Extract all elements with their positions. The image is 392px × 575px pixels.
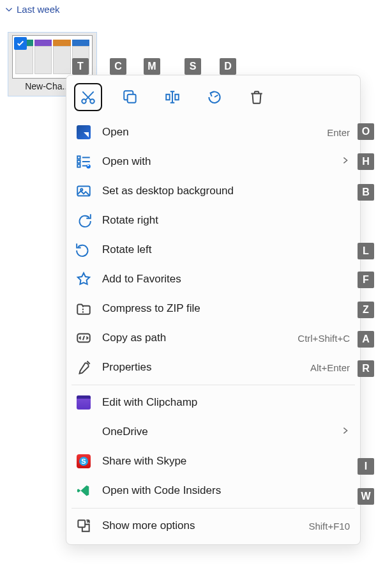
menu-label: Edit with Clipchamp xyxy=(102,396,350,409)
menu-item-zip[interactable]: Compress to ZIP file xyxy=(70,294,356,323)
trash-icon xyxy=(248,89,265,105)
scissors-icon xyxy=(80,89,96,105)
svg-rect-10 xyxy=(78,520,85,527)
context-menu: Open Enter Open with Set as desktop back… xyxy=(66,75,361,545)
skype-icon: S xyxy=(77,454,91,468)
share-button[interactable] xyxy=(200,83,229,111)
picture-icon xyxy=(75,183,92,199)
menu-label: Open xyxy=(102,126,317,139)
group-header-last-week[interactable]: Last week xyxy=(0,0,392,20)
chevron-right-icon xyxy=(341,155,350,168)
keyhint-z: Z xyxy=(358,302,374,318)
menu-label: Properties xyxy=(102,361,300,374)
rename-icon xyxy=(164,89,181,105)
menu-label: Share with Skype xyxy=(102,455,350,468)
keyhint-o: O xyxy=(358,123,374,140)
open-with-icon xyxy=(75,153,92,170)
cut-button[interactable] xyxy=(74,83,102,111)
keyhint-w: W xyxy=(358,488,374,505)
keyhint-s: S xyxy=(185,58,201,75)
svg-point-1 xyxy=(90,99,94,103)
menu-label: Rotate right xyxy=(102,214,350,227)
keyhint-r: R xyxy=(358,360,374,377)
menu-item-clipchamp[interactable]: Edit with Clipchamp xyxy=(70,388,356,417)
menu-item-onedrive[interactable]: OneDrive xyxy=(70,417,356,447)
chevron-right-icon xyxy=(341,425,350,438)
menu-label: Copy as path xyxy=(102,332,287,344)
menu-item-properties[interactable]: Properties Alt+Enter xyxy=(70,353,356,382)
keyhint-t: T xyxy=(72,58,89,75)
menu-label: OneDrive xyxy=(102,425,331,438)
wrench-icon xyxy=(75,359,92,376)
menu-accel: Shift+F10 xyxy=(308,521,350,532)
menu-item-open[interactable]: Open Enter xyxy=(70,118,356,147)
keyhint-f: F xyxy=(358,272,374,288)
selection-check-icon[interactable] xyxy=(14,37,27,50)
menu-label: Set as desktop background xyxy=(102,185,350,197)
keyhint-c: C xyxy=(110,58,126,75)
menu-accel: Alt+Enter xyxy=(310,362,350,373)
context-toolbar xyxy=(70,79,356,118)
group-label: Last week xyxy=(17,4,60,15)
svg-rect-5 xyxy=(77,164,80,167)
svg-rect-2 xyxy=(128,95,136,103)
rotate-left-icon xyxy=(75,241,92,258)
menu-label: Rotate left xyxy=(102,243,350,256)
keyhint-l: L xyxy=(358,243,374,259)
menu-label: Compress to ZIP file xyxy=(102,302,350,315)
menu-accel: Ctrl+Shift+C xyxy=(298,333,350,344)
menu-label: Show more options xyxy=(102,519,298,532)
menu-item-favorites[interactable]: Add to Favorites xyxy=(70,264,356,294)
menu-item-code-insiders[interactable]: Open with Code Insiders xyxy=(70,476,356,505)
keyhint-m: M xyxy=(144,58,160,75)
clipchamp-icon xyxy=(77,395,91,410)
keyhint-d: D xyxy=(220,58,236,75)
menu-label: Add to Favorites xyxy=(102,273,350,286)
show-more-icon xyxy=(75,518,92,534)
keyhint-i: I xyxy=(358,458,374,475)
keyhint-h: H xyxy=(358,153,374,170)
copy-icon xyxy=(122,89,139,105)
menu-item-skype[interactable]: S Share with Skype xyxy=(70,447,356,476)
keyhint-a: A xyxy=(358,331,374,348)
star-icon xyxy=(75,271,92,288)
separator xyxy=(72,508,355,509)
menu-item-more-options[interactable]: Show more options Shift+F10 xyxy=(70,511,356,540)
chevron-down-icon xyxy=(5,6,13,13)
zip-icon xyxy=(75,300,92,317)
menu-item-rotate-left[interactable]: Rotate left xyxy=(70,235,356,264)
copy-button[interactable] xyxy=(116,83,144,111)
rename-button[interactable] xyxy=(158,83,186,111)
menu-label: Open with Code Insiders xyxy=(102,484,350,497)
menu-item-copy-path[interactable]: Copy as path Ctrl+Shift+C xyxy=(70,323,356,353)
svg-point-0 xyxy=(82,99,86,103)
keyhint-b: B xyxy=(358,184,374,201)
separator xyxy=(72,385,355,385)
open-icon xyxy=(77,125,91,139)
svg-rect-4 xyxy=(77,160,80,163)
menu-item-open-with[interactable]: Open with xyxy=(70,147,356,176)
vscode-insiders-icon xyxy=(77,484,91,498)
menu-item-rotate-right[interactable]: Rotate right xyxy=(70,206,356,235)
menu-label: Open with xyxy=(102,155,331,168)
share-icon xyxy=(206,89,223,105)
svg-rect-3 xyxy=(77,156,80,158)
menu-item-set-background[interactable]: Set as desktop background xyxy=(70,176,356,206)
delete-button[interactable] xyxy=(243,83,271,111)
copy-path-icon xyxy=(75,330,92,346)
menu-accel: Enter xyxy=(327,127,350,138)
rotate-right-icon xyxy=(75,212,92,229)
